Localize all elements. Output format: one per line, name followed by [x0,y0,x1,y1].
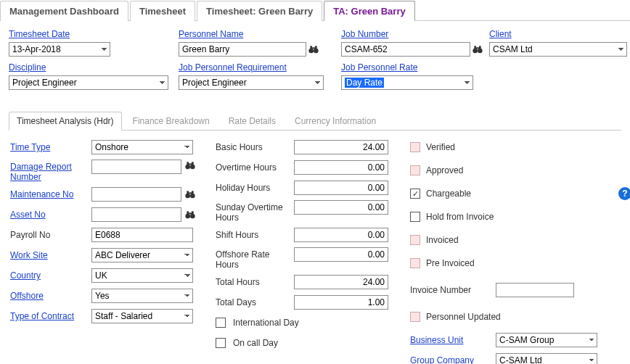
offshore-select[interactable] [91,289,193,303]
column-middle: Basic Hours Overtime Hours Holiday Hours… [216,139,397,364]
total-hours-label: Total Hours [216,277,291,287]
timesheet-date-input[interactable] [9,42,110,57]
asset-no-input[interactable] [91,207,181,222]
job-personnel-rate-value: Day Rate [345,78,384,88]
type-of-contract-label[interactable]: Type of Contract [10,311,89,321]
svg-rect-4 [312,47,315,49]
job-personnel-requirement-select[interactable] [179,75,324,90]
approved-checkbox[interactable] [410,165,420,175]
verified-checkbox[interactable] [410,142,420,152]
basic-hours-input[interactable] [294,140,388,154]
pre-invoiced-checkbox[interactable] [410,258,420,268]
offshore-rate-hours-input[interactable] [294,247,388,262]
work-site-select[interactable] [91,248,193,262]
type-of-contract-select[interactable] [91,309,193,323]
invoice-number-label: Invoice Number [410,285,490,295]
svg-point-11 [190,165,195,170]
binoculars-icon[interactable] [184,189,196,200]
svg-rect-3 [315,46,317,49]
hold-from-invoice-label: Hold from Invoice [425,212,494,222]
work-site-label[interactable]: Work Site [10,250,89,260]
approved-label: Approved [425,165,463,175]
total-days-output [294,295,388,310]
holiday-hours-input[interactable] [294,181,388,195]
personnel-updated-label: Personnel Updated [425,312,501,322]
damage-report-number-input[interactable] [91,160,181,174]
personnel-updated-checkbox[interactable] [410,312,420,322]
binoculars-icon[interactable] [184,160,196,171]
discipline-label[interactable]: Discipline [9,62,46,73]
svg-point-6 [478,49,483,54]
svg-point-20 [185,214,190,219]
invoice-number-input[interactable] [496,283,574,297]
chargeable-label: Chargeable [425,189,471,199]
client-select[interactable] [489,42,627,57]
svg-point-5 [472,49,478,54]
tab-timesheet-green-barry[interactable]: Timesheet: Green Barry [197,1,322,21]
hold-from-invoice-checkbox[interactable] [410,212,420,222]
business-unit-select[interactable] [496,333,597,347]
binoculars-icon[interactable] [308,44,319,55]
svg-rect-24 [189,212,192,214]
tab-rate-details[interactable]: Rate Details [221,112,284,131]
on-call-day-checkbox[interactable] [216,338,226,348]
damage-report-number-label[interactable]: Damage Report Number [10,160,89,182]
international-day-label: International Day [233,318,299,328]
sunday-overtime-hours-input[interactable] [294,200,388,215]
tab-ta-green-barry[interactable]: TA: Green Barry [324,1,414,21]
time-type-select[interactable] [91,140,193,154]
pre-invoiced-label: Pre Invoiced [425,258,475,268]
payroll-no-input[interactable] [91,228,193,242]
asset-no-label[interactable]: Asset No [10,210,89,220]
tab-timesheet[interactable]: Timesheet [130,1,195,21]
svg-point-0 [308,49,314,54]
holiday-hours-label: Holiday Hours [216,183,291,193]
group-company-select[interactable] [496,353,597,364]
personnel-name-label[interactable]: Personnel Name [179,29,243,39]
job-number-label[interactable]: Job Number [341,29,388,39]
form-body: Time Type Damage Report Number Maintenan… [0,135,630,364]
job-personnel-requirement-label[interactable]: Job Personnel Requirement [179,62,287,73]
country-label[interactable]: Country [10,270,89,281]
country-select[interactable] [91,268,193,283]
business-unit-label[interactable]: Business Unit [410,335,490,345]
overtime-hours-input[interactable] [294,160,388,175]
international-day-checkbox[interactable] [216,318,226,328]
svg-rect-17 [187,191,189,194]
tab-management-dashboard[interactable]: Management Dashboard [0,1,128,21]
payroll-no-label: Payroll No [10,230,89,240]
svg-point-21 [190,214,195,219]
job-number-input[interactable] [341,42,470,57]
job-personnel-rate-select[interactable]: Day Rate [341,75,473,90]
svg-rect-22 [187,211,189,214]
shift-hours-label: Shift Hours [216,230,291,240]
binoculars-icon[interactable] [472,44,483,55]
offshore-label[interactable]: Offshore [10,291,89,301]
maintenance-no-input[interactable] [91,187,181,202]
timesheet-date-label[interactable]: Timesheet Date [9,29,70,39]
discipline-select[interactable] [9,75,168,90]
svg-rect-23 [192,211,194,214]
job-personnel-rate-label[interactable]: Job Personnel Rate [341,62,417,73]
invoiced-label: Invoiced [425,235,459,245]
shift-hours-input[interactable] [294,228,388,242]
inner-tabs: Timesheet Analysis (Hdr) Finance Breakdo… [9,111,621,131]
svg-point-1 [314,49,319,54]
maintenance-no-label[interactable]: Maintenance No [10,189,89,199]
group-company-label[interactable]: Group Company [410,355,490,364]
client-label[interactable]: Client [489,29,512,39]
svg-rect-14 [189,163,192,165]
tab-finance-breakdown[interactable]: Finance Breakdown [125,112,218,131]
personnel-name-input[interactable] [179,42,306,57]
chargeable-checkbox[interactable] [410,189,420,199]
on-call-day-label: On call Day [233,338,278,348]
top-tabs: Management Dashboard Timesheet Timesheet… [0,0,630,21]
invoiced-checkbox[interactable] [410,235,420,245]
binoculars-icon[interactable] [184,209,196,220]
tab-currency-information[interactable]: Currency Information [287,112,384,131]
time-type-label[interactable]: Time Type [10,142,89,152]
svg-rect-7 [474,46,476,49]
tab-timesheet-analysis-hdr[interactable]: Timesheet Analysis (Hdr) [9,112,122,131]
help-icon[interactable]: ? [618,187,630,200]
overtime-hours-label: Overtime Hours [216,162,291,173]
